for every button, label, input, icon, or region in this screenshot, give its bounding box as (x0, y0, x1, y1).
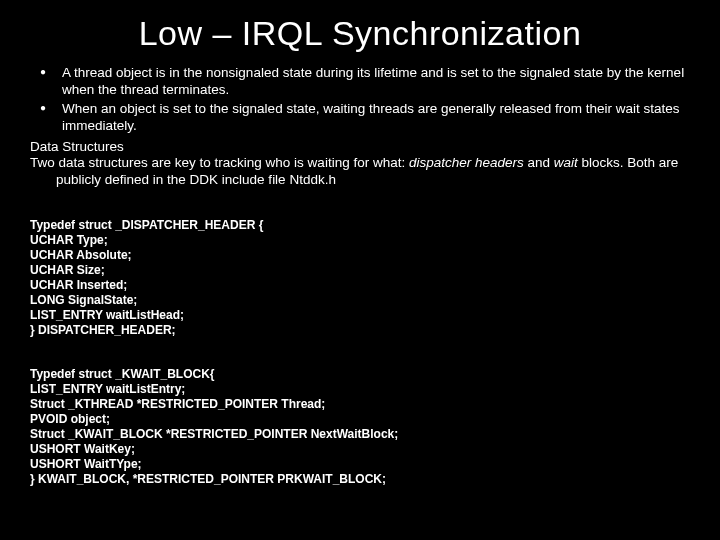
slide: Low – IRQL Synchronization A thread obje… (0, 0, 720, 540)
text-run: and (524, 155, 554, 170)
code-line: } DISPATCHER_HEADER; (30, 323, 176, 337)
code-block-2: Typedef struct _KWAIT_BLOCK{ LIST_ENTRY … (30, 352, 690, 487)
code-line: UCHAR Absolute; (30, 248, 132, 262)
section-heading: Data Structures (30, 139, 690, 156)
code-line: USHORT WaitTYpe; (30, 457, 142, 471)
bullet-item: When an object is set to the signaled st… (36, 101, 690, 135)
code-line: PVOID object; (30, 412, 110, 426)
code-line: UCHAR Type; (30, 233, 108, 247)
code-line: LIST_ENTRY waitListHead; (30, 308, 184, 322)
code-line: LIST_ENTRY waitListEntry; (30, 382, 185, 396)
slide-title: Low – IRQL Synchronization (30, 14, 690, 53)
code-line: Struct _KTHREAD *RESTRICTED_POINTER Thre… (30, 397, 325, 411)
code-line: LONG SignalState; (30, 293, 137, 307)
paragraph: Two data structures are key to tracking … (30, 155, 690, 189)
code-block-1: Typedef struct _DISPATCHER_HEADER { UCHA… (30, 203, 690, 338)
code-line: USHORT WaitKey; (30, 442, 135, 456)
text-run-italic: wait (554, 155, 578, 170)
slide-body: A thread object is in the nonsignaled st… (30, 65, 690, 487)
bullet-item: A thread object is in the nonsignaled st… (36, 65, 690, 99)
code-line: } KWAIT_BLOCK, *RESTRICTED_POINTER PRKWA… (30, 472, 386, 486)
bullet-list: A thread object is in the nonsignaled st… (30, 65, 690, 135)
text-run: Two data structures are key to tracking … (30, 155, 409, 170)
text-run-italic: dispatcher headers (409, 155, 524, 170)
code-line: Typedef struct _KWAIT_BLOCK{ (30, 367, 214, 381)
code-line: UCHAR Size; (30, 263, 105, 277)
code-line: Struct _KWAIT_BLOCK *RESTRICTED_POINTER … (30, 427, 398, 441)
code-line: UCHAR Inserted; (30, 278, 127, 292)
code-line: Typedef struct _DISPATCHER_HEADER { (30, 218, 263, 232)
